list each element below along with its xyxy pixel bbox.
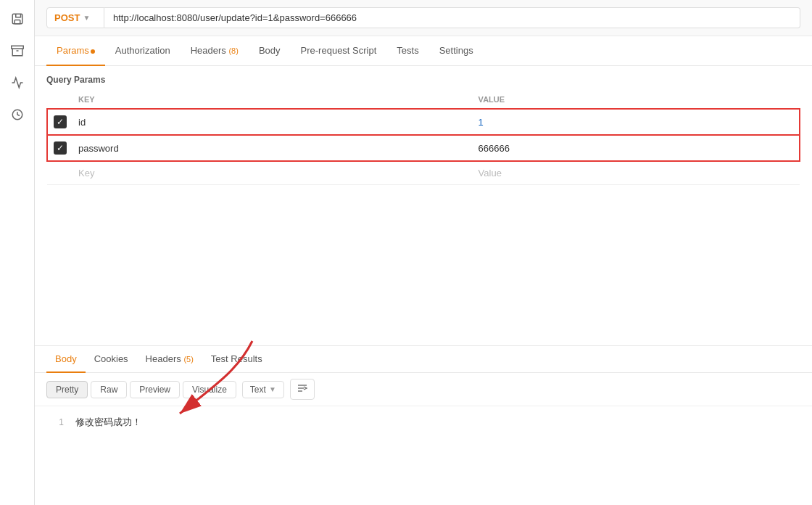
response-body-wrap: 1 修改密码成功！ [35,406,812,439]
row2-checkbox[interactable]: ✓ [54,141,67,155]
main-panel: POST ▼ Params Authorization Headers (8) … [35,0,812,505]
tab-headers[interactable]: Headers (8) [181,36,249,66]
save-icon[interactable] [7,9,28,29]
response-line-1: 1 修改密码成功！ [46,415,800,430]
wrap-button[interactable] [290,379,315,400]
response-section: Body Cookies Headers (5) Test Results Pr… [35,345,812,505]
table-row: ✓ password 666666 [47,135,800,161]
url-bar: POST ▼ [35,0,812,36]
format-visualize-button[interactable]: Visualize [183,381,236,398]
tab-settings[interactable]: Settings [429,36,484,66]
inbox-icon[interactable] [7,41,28,61]
method-selector[interactable]: POST ▼ [46,7,104,28]
request-tabs: Params Authorization Headers (8) Body Pr… [35,36,812,66]
line-number-1: 1 [46,416,64,430]
value-placeholder[interactable]: Value [473,161,800,185]
svg-rect-1 [14,20,20,24]
params-section: Query Params KEY VALUE ✓ id [35,66,812,345]
svg-rect-2 [11,46,23,49]
response-body: 1 修改密码成功！ [35,406,812,439]
row1-checkbox[interactable]: ✓ [54,115,67,128]
method-chevron-icon: ▼ [83,14,90,22]
params-table: KEY VALUE ✓ id 1 [46,91,800,185]
key-column-header: KEY [72,91,473,109]
key-placeholder[interactable]: Key [72,161,473,185]
type-label: Text [250,385,266,395]
tab-tests[interactable]: Tests [386,36,428,66]
method-label: POST [54,12,80,23]
query-params-title: Query Params [46,66,800,91]
placeholder-row: Key Value [47,161,800,185]
url-input[interactable] [104,7,800,28]
sidebar [0,0,35,505]
format-preview-button[interactable]: Preview [130,381,180,398]
format-bar: Pretty Raw Preview Visualize Text ▼ [35,373,812,406]
row1-value: 1 [473,109,800,135]
response-tab-headers[interactable]: Headers (5) [137,346,202,373]
row1-checkbox-cell[interactable]: ✓ [47,109,72,135]
params-dot [91,49,95,54]
row2-key: password [72,135,473,161]
history-icon[interactable] [7,104,28,125]
row2-checkbox-cell[interactable]: ✓ [47,135,72,161]
response-tab-body[interactable]: Body [46,346,86,373]
tab-authorization[interactable]: Authorization [105,36,181,66]
value-column-header: VALUE [473,91,800,109]
type-selector[interactable]: Text ▼ [242,381,284,398]
response-tabs: Body Cookies Headers (5) Test Results [35,346,812,373]
format-pretty-button[interactable]: Pretty [46,381,88,398]
tab-params[interactable]: Params [46,36,105,66]
response-line-1-text: 修改密码成功！ [75,416,141,427]
chart-icon[interactable] [7,73,28,93]
table-row: ✓ id 1 [47,109,800,135]
row2-value: 666666 [473,135,800,161]
row1-key: id [72,109,473,135]
format-raw-button[interactable]: Raw [91,381,127,398]
tab-pre-request-script[interactable]: Pre-request Script [291,36,387,66]
tab-body[interactable]: Body [249,36,291,66]
response-tab-cookies[interactable]: Cookies [86,346,137,373]
response-tab-test-results[interactable]: Test Results [202,346,271,373]
type-chevron-icon: ▼ [269,385,276,393]
